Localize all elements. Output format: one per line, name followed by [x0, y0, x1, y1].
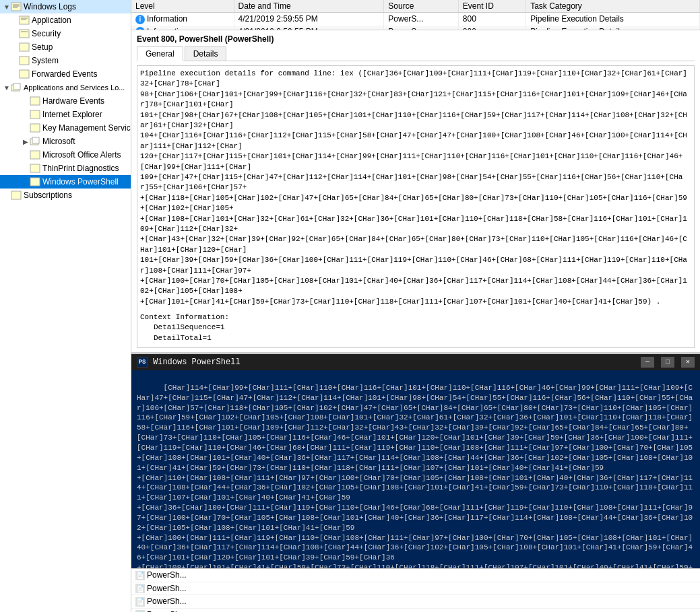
svg-rect-7	[20, 30, 29, 38]
sidebar-item-security[interactable]: Security	[0, 27, 131, 40]
list-item[interactable]: 📄PowerSh...	[131, 569, 700, 582]
sidebar-item-microsoft[interactable]: ▶ Microsoft	[0, 135, 131, 148]
main-panel: Level Date and Time Source Event ID Task…	[131, 0, 700, 612]
expand-icon-ms: ▶	[22, 138, 30, 145]
svg-rect-22	[11, 191, 21, 199]
security-icon	[19, 28, 30, 39]
sidebar-item-subscriptions[interactable]: Subscriptions	[0, 189, 131, 202]
cell-source: PowerS...	[384, 26, 458, 31]
svg-rect-15	[30, 110, 40, 118]
sidebar-item-kms[interactable]: Key Management Service	[0, 121, 131, 135]
cell-category: Pipeline Execution Details	[526, 26, 700, 31]
cell-category: Pipeline Execution Details	[526, 13, 700, 26]
col-category[interactable]: Task Category	[526, 0, 700, 13]
sidebar-group-windows-logs[interactable]: ▼ Windows Logs	[0, 0, 131, 13]
list-item[interactable]: 📄PowerSh...	[131, 582, 700, 595]
sidebar-item-hardware[interactable]: Hardware Events	[0, 94, 131, 108]
sidebar-item-system[interactable]: System	[0, 54, 131, 67]
microsoft-icon	[30, 136, 40, 147]
sidebar-group-apps-services[interactable]: ▼ Applications and Services Lo...	[0, 81, 131, 94]
sidebar-item-ms-office[interactable]: Microsoft Office Alerts	[0, 148, 131, 162]
svg-rect-19	[30, 151, 40, 159]
sidebar-item-thinprint[interactable]: ThinPrint Diagnostics	[0, 162, 131, 175]
list-item[interactable]: 📄PowerSh...	[131, 608, 700, 612]
event-text-main: Pipeline execution details for command l…	[140, 69, 691, 307]
system-icon	[19, 55, 30, 66]
subscriptions-icon	[11, 190, 22, 201]
bottom-event-text: 📄PowerSh...	[131, 582, 700, 595]
event-detail-title: Event 800, PowerShell (PowerShell)	[137, 34, 695, 44]
tab-general[interactable]: General	[137, 46, 183, 61]
ps-window-icon: PS	[137, 357, 148, 368]
thinprint-icon	[30, 163, 40, 174]
col-level[interactable]: Level	[131, 0, 234, 13]
expand-icon-apps: ▼	[3, 84, 11, 92]
cell-level: iInformation	[131, 13, 234, 26]
subscriptions-label: Subscriptions	[24, 191, 72, 200]
table-row[interactable]: iInformation 4/21/2019 2:59:55 PM PowerS…	[131, 26, 700, 31]
svg-rect-18	[32, 137, 39, 143]
svg-rect-13	[13, 83, 20, 90]
hardware-icon	[30, 96, 40, 106]
tab-details[interactable]: Details	[185, 46, 227, 61]
sidebar-item-label-ms-office: Microsoft Office Alerts	[42, 150, 121, 160]
context-info: Context Information: DetailSequence=1 De…	[140, 312, 691, 348]
bottom-event-text: 📄PowerSh...	[131, 608, 700, 612]
list-item[interactable]: 📄PowerSh...	[131, 595, 700, 609]
sidebar-item-label-security: Security	[32, 29, 61, 38]
bottom-events-body: 📄PowerSh... 📄PowerSh... 📄PowerSh... 📄Pow…	[131, 569, 700, 612]
sidebar: ▼ Windows Logs Application Security	[0, 0, 131, 612]
event-table: Level Date and Time Source Event ID Task…	[131, 0, 700, 30]
table-row[interactable]: iInformation 4/21/2019 2:59:55 PM PowerS…	[131, 13, 700, 26]
kms-icon	[30, 123, 40, 133]
cell-source: PowerS...	[384, 13, 458, 26]
ps-window-title: Windows PowerShell	[153, 358, 634, 367]
windows-logs-label: Windows Logs	[24, 2, 76, 11]
svg-rect-14	[30, 97, 40, 105]
svg-rect-11	[20, 70, 29, 78]
ps-row-icon: 📄	[135, 597, 145, 607]
ps-minimize-button[interactable]: ─	[641, 357, 654, 368]
ps-restore-button[interactable]: □	[661, 357, 674, 368]
cell-eventid: 800	[458, 26, 526, 31]
ps-row-icon: 📄	[135, 584, 145, 593]
svg-rect-10	[20, 57, 29, 65]
sidebar-item-label-microsoft: Microsoft	[42, 137, 75, 146]
cell-eventid: 800	[458, 13, 526, 26]
ps-close-button[interactable]: ✕	[681, 357, 695, 368]
col-source[interactable]: Source	[384, 0, 458, 13]
sidebar-item-winps[interactable]: Windows PowerShell	[0, 175, 131, 189]
ps-char-content: [CHar]114+[CHar]99+[CHar]111+[CHar]110+[…	[137, 384, 693, 568]
sidebar-item-label-kms: Key Management Service	[42, 123, 131, 133]
svg-rect-9	[20, 43, 29, 51]
col-datetime[interactable]: Date and Time	[234, 0, 384, 13]
sidebar-item-label-setup: Setup	[32, 42, 53, 52]
event-content-area[interactable]: Pipeline execution details for command l…	[137, 65, 695, 348]
ps-titlebar: PS Windows PowerShell ─ □ ✕	[131, 354, 700, 370]
application-icon	[19, 15, 30, 26]
sidebar-item-label-forwarded: Forwarded Events	[32, 69, 97, 79]
bottom-events-panel: 📄PowerSh... 📄PowerSh... 📄PowerSh... 📄Pow…	[131, 568, 700, 612]
svg-rect-21	[30, 178, 40, 186]
expand-icon: ▼	[3, 3, 11, 11]
tab-bar: General Details	[137, 46, 695, 61]
ms-office-icon	[30, 149, 40, 160]
sidebar-item-application[interactable]: Application	[0, 13, 131, 27]
sidebar-item-forwarded[interactable]: Forwarded Events	[0, 67, 131, 81]
ie-icon	[30, 109, 40, 120]
sidebar-item-ie[interactable]: Internet Explorer	[0, 108, 131, 121]
bottom-event-text: 📄PowerSh...	[131, 595, 700, 609]
bottom-event-text: 📄PowerSh...	[131, 569, 700, 582]
windows-logs-icon	[11, 1, 22, 12]
sidebar-item-label-hardware: Hardware Events	[42, 96, 104, 106]
ps-content[interactable]: [CHar]114+[CHar]99+[CHar]111+[CHar]110+[…	[131, 370, 700, 568]
svg-rect-0	[11, 3, 21, 11]
detail-sequence: DetailSequence=1 DetailTotal=1	[154, 322, 691, 343]
sidebar-item-setup[interactable]: Setup	[0, 40, 131, 54]
apps-services-icon	[11, 82, 22, 93]
svg-rect-16	[30, 124, 40, 132]
col-eventid[interactable]: Event ID	[458, 0, 526, 13]
setup-icon	[19, 42, 30, 53]
sidebar-item-label-application: Application	[32, 15, 71, 25]
bottom-events-table: 📄PowerSh... 📄PowerSh... 📄PowerSh... 📄Pow…	[131, 569, 700, 612]
